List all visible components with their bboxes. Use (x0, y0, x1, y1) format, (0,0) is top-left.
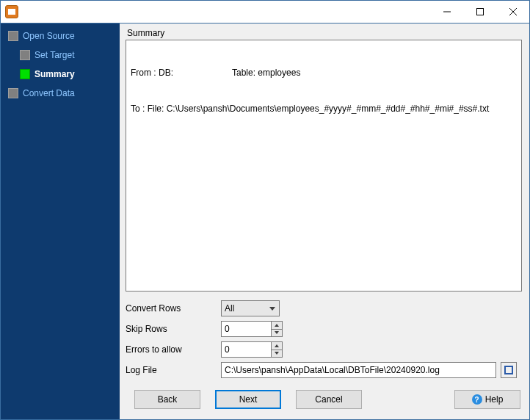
step-open-source[interactable]: Open Source (8, 31, 120, 41)
errors-allow-label: Errors to allow (126, 344, 221, 355)
minimize-button[interactable] (430, 1, 463, 23)
section-title: Summary (126, 26, 522, 40)
skip-rows-up[interactable] (272, 322, 282, 330)
step-set-target[interactable]: Set Target (8, 50, 120, 60)
window-controls (430, 1, 529, 23)
skip-rows-down[interactable] (272, 330, 282, 337)
step-label: Convert Data (23, 88, 75, 98)
errors-allow-up[interactable] (272, 342, 282, 350)
options-form: Convert Rows All Skip Rows (126, 292, 522, 384)
back-button[interactable]: Back (134, 390, 200, 409)
svg-rect-1 (476, 9, 483, 15)
skip-rows-spinner (221, 321, 283, 337)
app-icon (5, 5, 18, 18)
minimize-icon (443, 8, 451, 15)
close-button[interactable] (496, 1, 529, 23)
cancel-button[interactable]: Cancel (296, 390, 362, 409)
step-box-icon (20, 50, 30, 60)
wizard-buttons: Back Next Cancel ? Help (126, 384, 522, 419)
step-convert-data[interactable]: Convert Data (8, 88, 120, 98)
chevron-down-icon (275, 331, 279, 334)
convert-rows-label: Convert Rows (126, 303, 221, 314)
help-button[interactable]: ? Help (454, 390, 520, 409)
chevron-up-icon (275, 344, 279, 347)
summary-textarea[interactable]: From : DB: Table: employees To : File: C… (126, 40, 522, 292)
convert-rows-select[interactable]: All (221, 300, 280, 316)
log-file-label: Log File (126, 365, 221, 375)
skip-rows-label: Skip Rows (126, 324, 221, 334)
step-box-icon (20, 69, 30, 79)
main-panel: Summary From : DB: Table: employees To :… (120, 23, 529, 419)
next-button[interactable]: Next (215, 390, 281, 409)
app-window: Open Source Set Target Summary Convert D… (0, 0, 530, 420)
chevron-down-icon (275, 352, 279, 355)
summary-to: To : File: C:\Users\pansh\Documents\empl… (131, 103, 517, 115)
browse-icon (504, 366, 513, 374)
summary-from: From : DB: (131, 67, 232, 79)
errors-allow-down[interactable] (272, 350, 282, 358)
maximize-button[interactable] (463, 1, 496, 23)
log-file-input[interactable] (221, 362, 496, 378)
summary-from-table: Table: employees (232, 67, 300, 79)
errors-allow-input[interactable] (221, 341, 271, 358)
maximize-icon (476, 8, 484, 15)
log-file-browse-button[interactable] (501, 362, 517, 378)
skip-rows-input[interactable] (221, 321, 271, 337)
step-summary[interactable]: Summary (8, 69, 120, 79)
help-icon: ? (472, 394, 482, 405)
wizard-sidebar: Open Source Set Target Summary Convert D… (1, 23, 120, 419)
close-icon (509, 8, 517, 15)
errors-allow-spinner (221, 341, 283, 358)
step-box-icon (8, 31, 18, 41)
titlebar (1, 1, 529, 23)
step-box-icon (8, 88, 18, 98)
step-label: Summary (35, 69, 75, 79)
step-label: Open Source (23, 31, 75, 41)
step-label: Set Target (35, 50, 74, 60)
chevron-up-icon (275, 324, 279, 327)
